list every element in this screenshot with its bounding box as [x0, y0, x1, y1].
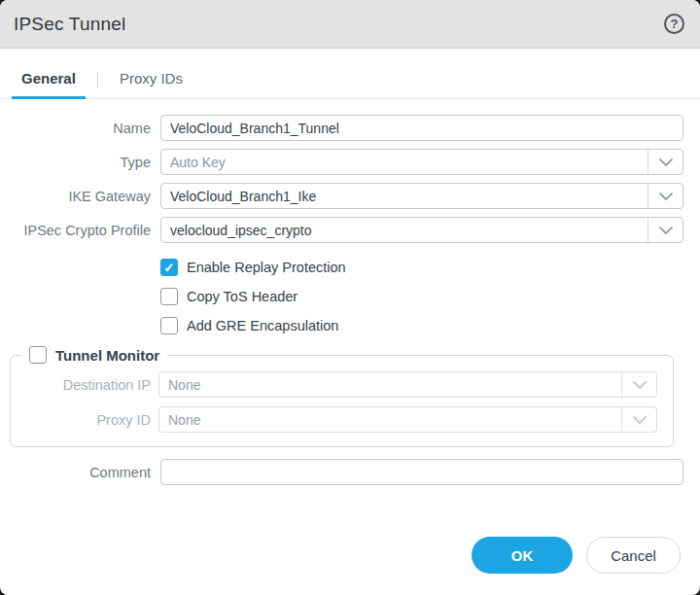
chevron-down-icon — [648, 150, 682, 174]
tunnel-monitor-legend: ✓ Tunnel Monitor — [21, 346, 167, 364]
ipsec-tunnel-dialog: IPSec Tunnel ? General Proxy IDs Name Ty… — [0, 0, 700, 595]
destination-ip-label: Destination IP — [11, 377, 151, 393]
ipsec-crypto-profile-label: IPSec Crypto Profile — [0, 223, 151, 238]
dialog-title: IPSec Tunnel — [14, 14, 125, 35]
type-label: Type — [0, 155, 151, 170]
enable-replay-protection-checkbox[interactable]: ✓ — [160, 259, 178, 276]
ipsec-crypto-profile-row: IPSec Crypto Profile velocloud_ipsec_cry… — [0, 217, 683, 243]
chevron-down-icon — [648, 184, 682, 208]
cancel-button[interactable]: Cancel — [586, 537, 681, 574]
name-label: Name — [0, 121, 151, 136]
tunnel-monitor-group: ✓ Tunnel Monitor Destination IP None Pro… — [10, 346, 674, 447]
dialog-header: IPSec Tunnel ? — [0, 0, 700, 49]
name-input[interactable] — [160, 115, 683, 141]
tab-general[interactable]: General — [12, 70, 86, 99]
chevron-down-icon — [621, 407, 656, 432]
ike-gateway-dropdown[interactable]: VeloCloud_Branch1_Ike — [160, 183, 683, 209]
tab-separator — [97, 72, 98, 88]
destination-ip-dropdown: None — [158, 371, 657, 398]
name-row: Name — [0, 115, 683, 141]
ike-gateway-value: VeloCloud_Branch1_Ike — [161, 189, 648, 204]
tab-proxy-ids[interactable]: Proxy IDs — [110, 70, 192, 99]
chevron-down-icon — [621, 372, 656, 397]
proxy-id-row: Proxy ID None — [11, 406, 657, 433]
tunnel-monitor-checkbox[interactable]: ✓ — [29, 346, 47, 364]
add-gre-encapsulation-row: ✓ Add GRE Encapsulation — [160, 317, 683, 334]
type-value: Auto Key — [161, 155, 648, 170]
enable-replay-protection-label: Enable Replay Protection — [187, 260, 346, 275]
ike-gateway-label: IKE Gateway — [0, 189, 151, 204]
dialog-footer: OK Cancel — [0, 537, 700, 595]
add-gre-encapsulation-label: Add GRE Encapsulation — [187, 318, 338, 333]
type-dropdown[interactable]: Auto Key — [160, 149, 683, 175]
ok-button[interactable]: OK — [472, 537, 573, 574]
type-row: Type Auto Key — [0, 149, 683, 175]
ipsec-crypto-profile-value: velocloud_ipsec_crypto — [161, 223, 648, 238]
copy-tos-header-row: ✓ Copy ToS Header — [160, 288, 683, 305]
tab-bar: General Proxy IDs — [0, 49, 700, 99]
tunnel-monitor-label: Tunnel Monitor — [55, 347, 159, 364]
chevron-down-icon — [648, 218, 682, 242]
proxy-id-dropdown: None — [158, 406, 657, 433]
enable-replay-protection-row: ✓ Enable Replay Protection — [160, 259, 683, 276]
destination-ip-row: Destination IP None — [11, 371, 657, 398]
comment-input[interactable] — [160, 459, 683, 485]
ike-gateway-row: IKE Gateway VeloCloud_Branch1_Ike — [0, 183, 683, 209]
destination-ip-value: None — [159, 377, 621, 393]
general-tab-panel: Name Type Auto Key IKE Gateway VeloCloud — [0, 99, 700, 537]
proxy-id-value: None — [159, 412, 621, 428]
check-icon: ✓ — [164, 262, 175, 274]
help-icon[interactable]: ? — [664, 14, 684, 34]
copy-tos-header-label: Copy ToS Header — [187, 289, 298, 304]
proxy-id-label: Proxy ID — [11, 412, 151, 428]
comment-label: Comment — [0, 465, 151, 480]
add-gre-encapsulation-checkbox[interactable]: ✓ — [160, 317, 178, 334]
ipsec-crypto-profile-dropdown[interactable]: velocloud_ipsec_crypto — [160, 217, 683, 243]
copy-tos-header-checkbox[interactable]: ✓ — [160, 288, 178, 305]
comment-row: Comment — [0, 459, 683, 485]
